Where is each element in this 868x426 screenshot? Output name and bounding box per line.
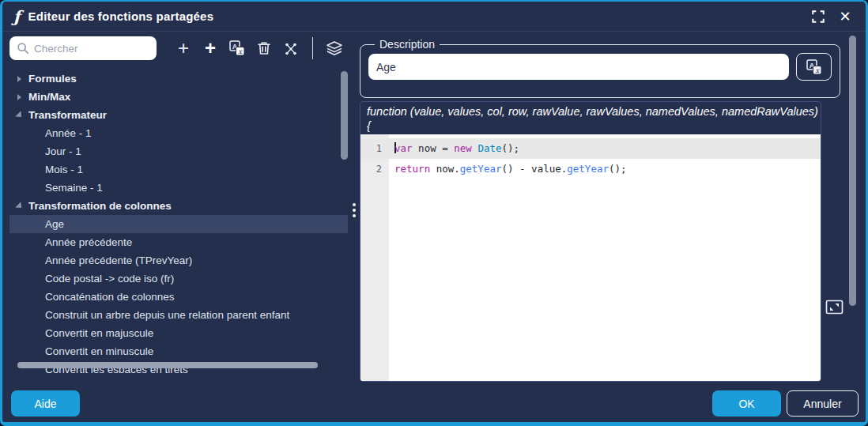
caret-expanded-icon[interactable] bbox=[17, 111, 28, 119]
code-token: now. bbox=[436, 163, 460, 175]
open-brace: { bbox=[367, 119, 814, 133]
function-list-panel: + + A x bbox=[9, 35, 357, 373]
description-row: A x bbox=[368, 53, 832, 81]
cancel-button[interactable]: Annuler bbox=[787, 390, 859, 417]
tree-item[interactable]: Transformateur bbox=[9, 106, 348, 124]
code-token: now = bbox=[418, 142, 454, 154]
add-function-button[interactable]: + bbox=[172, 37, 194, 59]
code-area[interactable]: 12 var now = new Date();return now.getYe… bbox=[360, 134, 821, 381]
tree-item[interactable]: Concaténation de colonnes bbox=[9, 288, 348, 306]
tree-item[interactable]: Convertit en minuscule bbox=[9, 342, 348, 360]
expand-icon bbox=[825, 299, 843, 315]
code-token: new bbox=[454, 142, 477, 154]
tree-item-label: Formules bbox=[28, 70, 77, 88]
tree-item[interactable]: Construit un arbre depuis une relation p… bbox=[9, 306, 348, 324]
titlebar: ƒ Editeur des fonctions partagées ✕ bbox=[2, 2, 866, 32]
description-legend: Description bbox=[375, 38, 440, 51]
close-button[interactable]: ✕ bbox=[836, 7, 855, 26]
close-icon: ✕ bbox=[839, 9, 851, 24]
tree-item-label: Transformation de colonnes bbox=[28, 197, 172, 215]
tree-item-label: Année - 1 bbox=[45, 124, 92, 142]
toolbar: + + A x bbox=[9, 35, 357, 62]
description-input[interactable] bbox=[368, 54, 789, 80]
tree-item[interactable]: Min/Max bbox=[9, 88, 348, 106]
tree-item[interactable]: Convertit en majuscule bbox=[9, 324, 348, 342]
toolbar-separator bbox=[312, 37, 313, 59]
expand-editor-button[interactable] bbox=[825, 297, 844, 316]
maximize-button[interactable] bbox=[809, 7, 828, 26]
function-signature: function (value, values, col, row, rawVa… bbox=[360, 102, 821, 134]
code-token: var bbox=[394, 142, 418, 154]
tree-item[interactable]: Semaine - 1 bbox=[9, 179, 348, 197]
translate-icon: A x bbox=[806, 58, 823, 76]
tree-item-label: Min/Max bbox=[28, 88, 70, 106]
translate-icon: A x bbox=[228, 40, 246, 57]
caret-expanded-icon[interactable] bbox=[17, 202, 28, 210]
tree-item[interactable]: Formules bbox=[9, 70, 348, 88]
delete-button[interactable] bbox=[253, 37, 275, 59]
tree-item[interactable]: Année précédente (TPrevYear) bbox=[9, 251, 348, 270]
caret-collapsed-icon[interactable] bbox=[17, 76, 28, 82]
translate-button[interactable]: A x bbox=[226, 37, 248, 59]
dependencies-button[interactable] bbox=[280, 37, 302, 59]
code-token: getYear bbox=[460, 163, 502, 175]
tree-item-label: Mois - 1 bbox=[45, 160, 83, 179]
code-token: () - value. bbox=[501, 163, 567, 175]
search-icon bbox=[16, 41, 30, 55]
line-number: 2 bbox=[360, 159, 389, 179]
caret-collapsed-icon[interactable] bbox=[17, 94, 28, 100]
help-button[interactable]: Aide bbox=[11, 390, 80, 417]
tree-item-label: Concaténation de colonnes bbox=[45, 288, 175, 306]
splitter-dot bbox=[353, 214, 356, 217]
add-category-button[interactable]: + bbox=[199, 37, 221, 59]
maximize-icon bbox=[811, 9, 825, 24]
code-token: (); bbox=[501, 142, 519, 154]
tree-item[interactable]: Année précédente bbox=[9, 233, 348, 251]
tree-item-label: Année précédente bbox=[45, 233, 132, 251]
dialog-title: Editeur des fonctions partagées bbox=[28, 9, 214, 23]
code-line[interactable]: var now = new Date(); bbox=[389, 138, 821, 159]
trash-icon bbox=[256, 40, 272, 56]
tree-item-label: Jour - 1 bbox=[45, 142, 81, 160]
function-icon: ƒ bbox=[13, 9, 21, 25]
ok-button[interactable]: OK bbox=[712, 390, 781, 417]
panel-splitter-handle[interactable] bbox=[353, 203, 356, 217]
code-token: Date bbox=[477, 142, 501, 154]
tree-item-label: Code postal -> code iso (fr) bbox=[45, 270, 174, 288]
search-input[interactable] bbox=[9, 36, 157, 60]
tree-item[interactable]: Code postal -> code iso (fr) bbox=[9, 270, 348, 288]
tree-item[interactable]: Jour - 1 bbox=[9, 142, 348, 160]
tree-item-label: Transformateur bbox=[28, 106, 107, 124]
tree-vertical-scrollbar[interactable] bbox=[341, 71, 348, 160]
tree-item-label: Age bbox=[45, 215, 64, 233]
code-token: (); bbox=[609, 163, 627, 175]
tree-item[interactable]: Année - 1 bbox=[9, 124, 348, 142]
line-number: 1 bbox=[360, 138, 389, 159]
plus-icon: + bbox=[178, 40, 189, 56]
tree-item[interactable]: Mois - 1 bbox=[9, 160, 348, 179]
plus-bold-icon: + bbox=[205, 40, 216, 56]
translate-description-button[interactable]: A x bbox=[796, 53, 832, 81]
code-token: getYear bbox=[567, 163, 609, 175]
tree-item-label: Semaine - 1 bbox=[45, 179, 103, 197]
code-editor: function (value, values, col, row, rawVa… bbox=[360, 101, 821, 382]
tree-item-label: Convertit en majuscule bbox=[45, 324, 153, 342]
splitter-dot bbox=[353, 209, 356, 212]
search-box bbox=[9, 36, 157, 60]
tree-item[interactable]: Transformation de colonnes bbox=[9, 197, 348, 215]
layers-icon bbox=[326, 40, 343, 57]
tree-horizontal-scrollbar[interactable] bbox=[17, 362, 318, 368]
splitter-dot bbox=[353, 203, 356, 206]
line-number-gutter: 12 bbox=[360, 134, 389, 381]
description-fieldset: Description A x bbox=[360, 38, 840, 98]
tree-item-label: Année précédente (TPrevYear) bbox=[45, 251, 192, 270]
function-tree: FormulesMin/MaxTransformateurAnnée - 1Jo… bbox=[9, 70, 357, 373]
signature-line: function (value, values, col, row, rawVa… bbox=[367, 104, 814, 119]
layers-button[interactable] bbox=[323, 37, 345, 59]
code-token: return bbox=[394, 163, 436, 175]
code-line[interactable]: return now.getYear() - value.getYear(); bbox=[389, 159, 821, 179]
shared-functions-editor-dialog: ƒ Editeur des fonctions partagées ✕ bbox=[0, 0, 868, 426]
code-lines[interactable]: var now = new Date();return now.getYear(… bbox=[389, 134, 821, 381]
panel-vertical-scrollbar[interactable] bbox=[849, 36, 856, 306]
tree-item[interactable]: Age bbox=[9, 215, 348, 233]
